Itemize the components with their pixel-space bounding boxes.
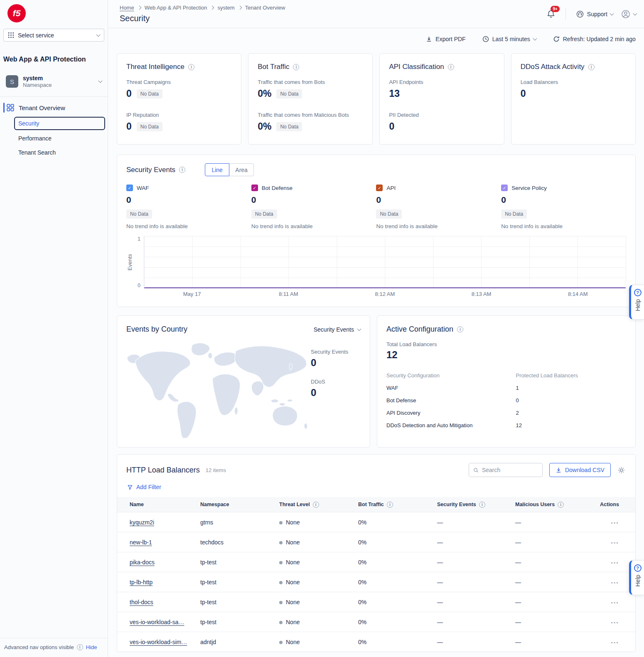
info-icon[interactable] — [77, 644, 83, 650]
add-filter-button[interactable]: Add Filter — [127, 484, 635, 490]
lb-name-link[interactable]: pika-docs — [130, 559, 155, 566]
time-range-label: Last 5 minutes — [492, 36, 530, 42]
nav-group-title-label: Tenant Overview — [19, 104, 65, 111]
lb-name-link[interactable]: tp-lb-http — [130, 579, 152, 586]
table-row: ves-io-workload-sa… tp-test None 0% — — — [117, 612, 635, 632]
breadcrumb: Home Web App & API Protection system Ten… — [120, 5, 285, 11]
toggle-area-button[interactable]: Area — [229, 163, 254, 176]
chart-x-axis: May 17 8:11 AM 8:12 AM 8:13 AM 8:14 AM — [144, 291, 626, 301]
namespace-avatar: S — [6, 75, 18, 88]
sidebar-item-tenant-search[interactable]: Tenant Search — [14, 146, 105, 159]
lb-name-link[interactable]: new-lb-1 — [130, 539, 152, 546]
row-actions-menu[interactable] — [611, 600, 619, 605]
lb-search — [469, 463, 543, 477]
time-range-dropdown[interactable]: Last 5 minutes — [482, 36, 536, 42]
account-menu[interactable] — [621, 9, 637, 19]
lb-name-link[interactable]: ves-io-workload-sim… — [130, 639, 187, 645]
world-map — [126, 336, 311, 438]
info-icon[interactable] — [457, 326, 463, 332]
gear-icon[interactable] — [617, 466, 625, 474]
nav-group-tenant-overview: Tenant Overview Security Performance Ten… — [0, 101, 108, 160]
security-events-chart: Events 1 0 May 17 8:11 AM 8:12 AM 8:13 A… — [126, 236, 626, 301]
info-icon[interactable] — [448, 64, 454, 70]
bot-defense-checkbox[interactable] — [251, 185, 258, 191]
info-icon[interactable] — [293, 64, 299, 70]
series-note: No trend info is available — [126, 223, 251, 229]
help-tab[interactable]: ? Help — [629, 285, 644, 320]
toggle-line-button[interactable]: Line — [205, 163, 229, 176]
sidebar-item-security[interactable]: Security — [14, 117, 105, 130]
legend-item-bot-defense: Bot Defense 0 No Data No trend info is a… — [251, 185, 376, 229]
info-icon[interactable] — [188, 64, 194, 70]
question-icon: ? — [634, 564, 642, 572]
lb-bot-traffic: 0% — [358, 619, 437, 625]
namespace-selector[interactable]: S system Namespace — [3, 72, 104, 91]
cfg-col-header: Security Configuration — [386, 372, 516, 379]
support-menu[interactable]: Support — [576, 10, 613, 18]
lb-name-link[interactable]: ves-io-workload-sa… — [130, 619, 184, 625]
series-value: 0 — [376, 195, 501, 205]
breadcrumb-home[interactable]: Home — [120, 5, 134, 11]
api-classification-card: API Classification API Endpoints 13 PII … — [379, 53, 504, 145]
breadcrumb-tenant-overview[interactable]: Tenant Overview — [245, 5, 285, 11]
breadcrumb-system[interactable]: system — [217, 5, 234, 11]
http-load-balancers-card: HTTP Load Balancers 12 items — [117, 454, 636, 652]
metric-label: PII Detected — [389, 112, 494, 118]
refresh-status-label: Refresh: Updated 2 min ago — [563, 36, 636, 42]
info-icon[interactable] — [387, 502, 393, 508]
export-pdf-button[interactable]: Export PDF — [426, 36, 465, 42]
lb-name-link[interactable]: thol-docs — [130, 599, 153, 605]
hide-nav-button[interactable]: Hide — [86, 644, 97, 650]
lb-threat-level: None — [279, 619, 358, 625]
row-actions-menu[interactable] — [611, 580, 619, 585]
no-data-badge: No Data — [276, 122, 302, 131]
api-checkbox[interactable] — [376, 185, 383, 191]
legend-item-service-policy: Service Policy 0 No Data No trend info i… — [501, 185, 626, 229]
sidebar-footer: Advanced nav options visible Hide — [0, 638, 108, 657]
info-icon[interactable] — [479, 502, 485, 508]
map-metric-dropdown[interactable]: Security Events — [314, 326, 361, 333]
download-icon — [556, 467, 562, 473]
col-security-events: Security Events — [437, 502, 476, 507]
events-by-country-title: Events by Country — [126, 325, 187, 334]
info-icon[interactable] — [588, 64, 595, 70]
info-icon[interactable] — [313, 502, 319, 508]
filter-funnel-icon — [127, 484, 133, 490]
f5-logo: f5 — [7, 4, 26, 22]
info-icon[interactable] — [558, 502, 564, 508]
sidebar-item-performance[interactable]: Performance — [14, 132, 105, 145]
sidebar-divider — [0, 96, 108, 97]
row-actions-menu[interactable] — [611, 620, 619, 625]
lb-items-count: 12 items — [206, 467, 226, 473]
lb-name-link[interactable]: kyquzm2i — [130, 519, 154, 526]
info-icon[interactable] — [179, 167, 185, 173]
topbar: Home Web App & API Protection system Ten… — [108, 0, 644, 28]
select-service-dropdown[interactable]: Select service — [3, 29, 104, 42]
service-policy-checkbox[interactable] — [501, 185, 508, 191]
waf-checkbox[interactable] — [126, 185, 133, 191]
series-label: Service Policy — [511, 185, 547, 191]
threat-level-dot-icon — [279, 521, 283, 524]
help-tab[interactable]: ? Help — [629, 560, 644, 595]
download-csv-button[interactable]: Download CSV — [549, 463, 611, 477]
download-icon — [426, 36, 432, 42]
search-input[interactable] — [482, 467, 538, 473]
map-metric-value: Security Events — [314, 326, 354, 333]
series-label: Bot Defense — [262, 185, 293, 191]
row-actions-menu[interactable] — [611, 640, 619, 645]
row-actions-menu[interactable] — [611, 540, 619, 545]
select-service-label: Select service — [18, 32, 54, 39]
notifications-button[interactable]: 9+ — [546, 8, 556, 20]
table-row: tp-lb-http tp-test None 0% — — — [117, 572, 635, 592]
metric-value: 13 — [389, 88, 400, 99]
lb-security-events: — — [437, 559, 515, 566]
nav-tenant-overview[interactable]: Tenant Overview — [0, 101, 108, 114]
lb-namespace: tp-test — [200, 619, 279, 625]
row-actions-menu[interactable] — [611, 520, 619, 525]
row-actions-menu[interactable] — [611, 560, 619, 565]
refresh-button[interactable]: Refresh: Updated 2 min ago — [553, 36, 636, 42]
active-configuration-card: Active Configuration Total Load Balancer… — [377, 315, 636, 448]
lb-threat-level: None — [279, 559, 358, 566]
lb-threat-level: None — [279, 599, 358, 605]
breadcrumb-waap[interactable]: Web App & API Protection — [145, 5, 207, 11]
